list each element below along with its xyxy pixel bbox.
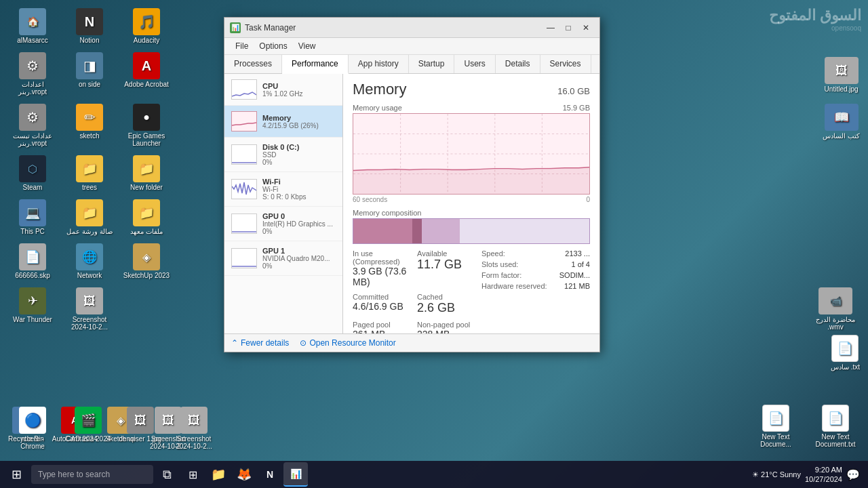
menu-file[interactable]: File	[230, 39, 254, 53]
desktop-icon-on-side[interactable]: ◨ on side	[62, 49, 117, 98]
desktop-icon-network[interactable]: 🌐 Network	[62, 241, 117, 282]
fewer-details-link[interactable]: ⌃ Fewer details	[231, 338, 289, 348]
desktop-icon-arabfolder[interactable]: 📁 صالة ورشة عمل	[62, 197, 117, 238]
stat-in-use: In use (Compressed) 3.9 GB (73.6 MB)	[353, 249, 410, 287]
taskbar-search[interactable]	[31, 465, 153, 484]
tab-startup[interactable]: Startup	[409, 55, 455, 73]
comp-standby	[422, 219, 460, 243]
stat-committed: Committed 4.6/16.9 GB	[353, 293, 410, 315]
desktop-icon-arab-lecture[interactable]: 📹 محاضرة الدرج .wmv	[808, 285, 863, 333]
gpu1-detail: 0%	[262, 262, 336, 270]
stat-hardware-reserved-row: Hardware reserved: 121 MB	[481, 282, 590, 290]
composition-bar	[353, 218, 590, 244]
stats-right: Speed: 2133 ... Slots used: 1 of 4 Form …	[481, 249, 590, 333]
desktop-icon-arab-book[interactable]: 📖 كتب السادس	[820, 101, 863, 142]
desktop-icon-epicgames[interactable]: ● Epic Games Launcher	[119, 101, 174, 150]
wifi-name: Wi-Fi	[262, 186, 336, 193]
memory-usage-chart	[353, 113, 590, 195]
tab-users[interactable]: Users	[454, 55, 495, 73]
sidebar-item-gpu0[interactable]: GPU 0 Intel(R) HD Graphics ... 0%	[224, 207, 342, 241]
composition-label: Memory composition	[353, 209, 590, 217]
desktop-icon-steam[interactable]: ⬡ Steam	[5, 152, 60, 194]
desktop-icon-warthunder[interactable]: ✈ War Thunder	[5, 285, 60, 333]
desktop-icon-trees[interactable]: 📁 trees	[62, 152, 117, 194]
gpu0-mini-graph	[231, 214, 257, 234]
menu-view[interactable]: View	[293, 39, 321, 53]
gpu1-type: NVIDIA Quadro M20...	[262, 255, 336, 262]
maximize-button[interactable]: □	[560, 21, 576, 35]
stat-non-paged-pool: Non-paged pool 228 MB	[417, 321, 475, 333]
taskbar-notification-icon[interactable]: 💬	[846, 468, 860, 481]
disk0-detail: SSD	[262, 151, 336, 159]
taskbar-firefox[interactable]: 🦊	[232, 462, 256, 487]
desktop-icon-denoiser[interactable]: 🖼 denoiser 1.jpg	[116, 404, 164, 453]
desktop-icon-arabfiles[interactable]: 📁 ملفات معهد	[119, 197, 174, 238]
memory-total: 16.0 GB	[557, 86, 590, 96]
chart-time-labels: 60 seconds 0	[353, 196, 590, 203]
start-button[interactable]: ⊞	[3, 461, 30, 488]
composition-section: Memory composition	[353, 209, 590, 244]
sidebar-item-cpu[interactable]: CPU 1% 1.02 GHz	[224, 74, 342, 106]
taskbar-task-view[interactable]: ⧉	[155, 462, 179, 487]
memory-title: Memory	[353, 81, 406, 98]
memory-chart-max: 15.9 GB	[563, 104, 590, 112]
taskbar-weather: ☀ 21°C Sunny	[752, 470, 801, 479]
taskbar-task-manager[interactable]: 📊	[283, 462, 308, 487]
desktop: 🏠 alMasarcc N Notion 🎵 Audacity ⚙ اعدادا…	[0, 0, 868, 488]
tab-services[interactable]: Services	[540, 55, 591, 73]
window-controls: — □ ✕	[542, 21, 594, 35]
desktop-icon-camtasia[interactable]: 🎬 Camtasia 2024	[62, 404, 113, 453]
comp-modified	[412, 219, 422, 243]
tab-performance[interactable]: Performance	[282, 55, 349, 74]
desktop-icon-chrome[interactable]: 🔵 ntcere - Chrome	[5, 404, 60, 453]
desktop-icon-new-text-doc2[interactable]: 📄 New Text Document.txt	[808, 402, 863, 451]
chart-time-left: 60 seconds	[353, 196, 387, 203]
desktop-icon-settings[interactable]: ⚙ اعدادات ربنر.vropt	[5, 49, 60, 98]
desktop-icon-audacity[interactable]: 🎵 Audacity	[119, 5, 174, 47]
close-button[interactable]: ✕	[578, 21, 594, 35]
desktop-icon-newfolder[interactable]: 📁 New folder	[119, 152, 174, 194]
wifi-speed: S: 0 R: 0 Kbps	[262, 193, 336, 201]
desktop-icon-almasarc[interactable]: 🏠 alMasarcc	[5, 5, 60, 47]
tab-processes[interactable]: Processes	[224, 55, 282, 73]
comp-free	[460, 219, 589, 243]
chart-time-right: 0	[586, 196, 590, 203]
tab-app-history[interactable]: App history	[349, 55, 409, 73]
taskbar-windows-icon[interactable]: ⊞	[180, 462, 205, 487]
tab-bar: Processes Performance App history Startu…	[224, 55, 599, 74]
desktop-icon-thispc[interactable]: 💻 This PC	[5, 197, 60, 238]
desktop-icon-new-text-doc1[interactable]: 📄 New Text Docume...	[749, 402, 803, 451]
memory-main-content: Memory 16.0 GB Memory usage 15.9 GB	[343, 74, 599, 333]
disk0-label: Disk 0 (C:)	[262, 143, 336, 151]
bottom-bar: ⌃ Fewer details ⊙ Open Resource Monitor	[224, 333, 599, 352]
taskbar-file-explorer[interactable]: 📁	[206, 462, 231, 487]
taskbar-notion-taskbar[interactable]: N	[258, 462, 282, 487]
desktop-icon-untitled-jpg[interactable]: 🖼 Untitled.jpg	[820, 54, 863, 96]
desktop-icon-arabsettings[interactable]: ⚙ عدادات تبست ربنر.vropt	[5, 101, 60, 150]
cpu-detail: 1% 1.02 GHz	[262, 90, 336, 98]
memory-label: Memory	[262, 114, 336, 122]
cpu-label: CPU	[262, 82, 336, 90]
open-resource-monitor-link[interactable]: ⊙ Open Resource Monitor	[300, 338, 395, 348]
sidebar-item-gpu1[interactable]: GPU 1 NVIDIA Quadro M20... 0%	[224, 241, 342, 276]
desktop-icon-arab-txt[interactable]: 📄 سادس .txt	[828, 332, 863, 373]
sidebar-item-disk0[interactable]: Disk 0 (C:) SSD 0%	[224, 138, 342, 172]
taskbar-system-tray: ☀ 21°C Sunny 9:20 AM 10/27/2024 💬	[752, 465, 865, 485]
desktop-icon-acrobat[interactable]: A Adobe Acrobat	[119, 49, 174, 98]
sidebar-item-wifi[interactable]: Wi-Fi Wi-Fi S: 0 R: 0 Kbps	[224, 172, 342, 207]
monitor-icon: ⊙	[300, 338, 307, 348]
desktop-icon-sketch[interactable]: ✏ sketch	[62, 101, 117, 150]
desktop-icon-screenshot3[interactable]: 🖼 Screenshot 2024-10-2...	[167, 404, 221, 453]
gpu0-detail: 0%	[262, 228, 336, 235]
desktop-icon-notion[interactable]: N Notion	[62, 5, 117, 47]
desktop-icon-sketchup[interactable]: ◈ SketchUp 2023	[119, 241, 174, 282]
desktop-icon-screenshot1[interactable]: 🖼 Screenshot 2024-10-2...	[62, 285, 117, 333]
desktop-icon-666666[interactable]: 📄 666666.skp	[5, 241, 60, 282]
sidebar-item-memory[interactable]: Memory 4.2/15.9 GB (26%)	[224, 106, 342, 138]
menu-options[interactable]: Options	[254, 39, 292, 53]
tab-details[interactable]: Details	[496, 55, 540, 73]
chevron-up-icon: ⌃	[231, 338, 238, 348]
minimize-button[interactable]: —	[542, 21, 559, 35]
stat-speed-row: Speed: 2133 ...	[481, 249, 590, 258]
gpu1-label: GPU 1	[262, 247, 336, 255]
